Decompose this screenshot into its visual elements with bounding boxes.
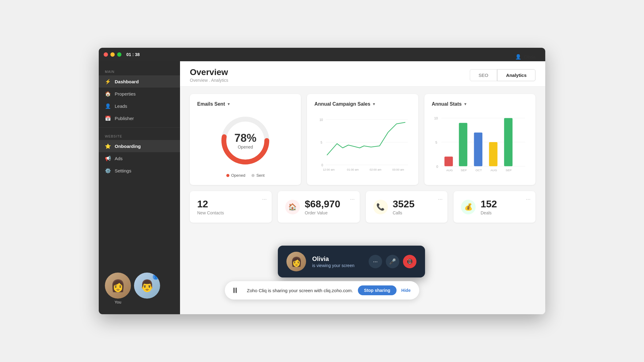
emails-sent-card: Emails Sent ▼ 78% <box>190 94 301 185</box>
svg-text:5: 5 <box>321 141 323 144</box>
avatar-other: 👨 👤 <box>134 273 160 299</box>
hide-button[interactable]: Hide <box>401 288 411 293</box>
annual-stats-card: Annual Stats ▼ 10 5 0 <box>424 94 535 185</box>
order-number: $68,970 <box>305 198 340 210</box>
calls-icon: 📞 <box>373 200 388 214</box>
chart-legend: Opened Sent <box>226 173 265 178</box>
ads-icon: 📢 <box>105 155 111 161</box>
call-avatar: 👩 <box>286 252 306 271</box>
stat-card-order: ··· 🏠 $68,970 Order Value <box>278 191 360 223</box>
call-mute-button[interactable]: 🎤 <box>386 255 399 268</box>
svg-text:10: 10 <box>434 116 438 120</box>
sidebar-label-onboarding: Onboarding <box>115 144 141 149</box>
svg-text:AUG: AUG <box>446 168 453 172</box>
call-name: Olivia <box>312 255 362 262</box>
bar-sep-green <box>459 123 467 166</box>
emails-sent-title: Emails Sent ▼ <box>197 101 293 107</box>
campaign-sales-card: Annual Campaign Sales ▼ 10 5 0 <box>307 94 418 185</box>
stats-row: ··· 12 New Contacts ··· 🏠 $68,970 Order … <box>190 191 535 223</box>
donut-container: 78% Opened Opened <box>197 113 293 178</box>
tab-analytics[interactable]: Analytics <box>497 69 535 81</box>
calls-desc: Calls <box>393 210 415 215</box>
sidebar-item-leads[interactable]: 👤 Leads <box>99 100 180 112</box>
sidebar-item-settings[interactable]: ⚙️ Settings <box>99 164 180 177</box>
maximize-button[interactable] <box>117 52 121 57</box>
call-end-button[interactable]: 📵 <box>403 255 416 268</box>
minimize-button[interactable] <box>110 52 115 57</box>
campaign-title: Annual Campaign Sales ▼ <box>314 101 411 107</box>
svg-text:10: 10 <box>320 118 323 122</box>
svg-text:OCT: OCT <box>475 168 482 172</box>
publisher-icon: 📅 <box>105 115 111 121</box>
stop-sharing-button[interactable]: Stop sharing <box>358 285 397 295</box>
order-icon: 🏠 <box>285 200 300 214</box>
contacts-more-icon[interactable]: ··· <box>262 196 267 202</box>
svg-text:0: 0 <box>321 164 323 167</box>
tab-bar: SEO Analytics <box>470 69 535 81</box>
sidebar-label-properties: Properties <box>115 91 136 96</box>
properties-icon: 🏠 <box>105 91 111 97</box>
call-controls: ··· 🎤 📵 <box>369 255 416 268</box>
sidebar-item-onboarding[interactable]: ⭐ Onboarding <box>99 140 180 152</box>
svg-text:03:00 am: 03:00 am <box>393 168 404 171</box>
calls-more-icon[interactable]: ··· <box>438 196 443 202</box>
svg-text:0: 0 <box>436 165 438 168</box>
line-chart-container: 10 5 0 12:00 am 0 <box>314 113 411 174</box>
order-more-icon[interactable]: ··· <box>350 196 355 202</box>
svg-text:5: 5 <box>435 141 437 144</box>
svg-text:AUG: AUG <box>490 168 497 172</box>
sidebar-label-ads: Ads <box>115 156 123 161</box>
close-button[interactable] <box>104 52 108 57</box>
leads-icon: 👤 <box>105 103 111 109</box>
call-status: is viewing your screen <box>312 263 362 268</box>
campaign-dropdown[interactable]: ▼ <box>372 102 376 106</box>
svg-text:SEP: SEP <box>461 168 467 172</box>
svg-text:12:00 am: 12:00 am <box>323 168 335 171</box>
stat-card-deals: ··· 💰 152 Deals <box>454 191 535 223</box>
you-label: You <box>115 300 121 304</box>
sharing-banner: Zoho Cliq is sharing your screen with cl… <box>225 281 419 300</box>
donut-percent: 78% <box>234 132 256 145</box>
bar-aug-red <box>444 156 453 166</box>
call-more-button[interactable]: ··· <box>369 255 382 268</box>
bar-sep-green2 <box>504 118 512 166</box>
deals-more-icon[interactable]: ··· <box>526 196 531 202</box>
legend-sent: Sent <box>251 173 265 178</box>
sidebar-item-ads[interactable]: 📢 Ads <box>99 152 180 164</box>
stats-dropdown[interactable]: ▼ <box>463 102 467 106</box>
sharing-text: Zoho Cliq is sharing your screen with cl… <box>247 288 353 293</box>
sidebar-item-properties[interactable]: 🏠 Properties <box>99 88 180 100</box>
user-badge: 👤 <box>153 274 159 280</box>
breadcrumb: Overview . Analytics <box>190 78 228 83</box>
sidebar-item-dashboard[interactable]: ⚡ Dashboard <box>99 75 180 88</box>
sidebar: MAIN ⚡ Dashboard 🏠 Properties 👤 Leads 📅 … <box>99 61 180 314</box>
stats-title: Annual Stats ▼ <box>432 101 528 107</box>
main-section-label: MAIN <box>99 66 180 75</box>
page-title: Overview <box>190 67 228 77</box>
svg-text:02:00 am: 02:00 am <box>370 168 382 171</box>
deals-desc: Deals <box>481 210 497 215</box>
contacts-desc: New Contacts <box>197 210 224 215</box>
main-header: Overview Overview . Analytics SEO Analyt… <box>180 61 545 87</box>
deals-number: 152 <box>481 198 497 210</box>
tab-seo[interactable]: SEO <box>470 69 497 81</box>
stat-card-calls: ··· 📞 3525 Calls <box>366 191 448 223</box>
dashboard-content: Emails Sent ▼ 78% <box>180 87 545 314</box>
calls-number: 3525 <box>393 198 415 210</box>
svg-text:SEP: SEP <box>505 168 512 172</box>
donut-label: Opened <box>234 145 256 149</box>
video-area: 👩 You 👨 👤 <box>99 268 180 309</box>
sidebar-label-leads: Leads <box>115 104 127 109</box>
sidebar-item-publisher[interactable]: 📅 Publisher <box>99 112 180 124</box>
sidebar-label-settings: Settings <box>115 168 131 173</box>
charts-row: Emails Sent ▼ 78% <box>190 94 535 185</box>
stat-card-contacts: ··· 12 New Contacts <box>190 191 272 223</box>
legend-opened: Opened <box>226 173 245 178</box>
order-desc: Order Value <box>305 210 340 215</box>
legend-opened-dot <box>226 174 229 177</box>
clock: 01 : 38 <box>126 52 140 57</box>
settings-icon: ⚙️ <box>105 168 111 174</box>
app-window: 01 : 38 MAIN ⚡ Dashboard 🏠 Properties 👤 … <box>99 48 545 314</box>
emails-dropdown-arrow[interactable]: ▼ <box>227 102 231 106</box>
sidebar-label-dashboard: Dashboard <box>115 79 139 84</box>
